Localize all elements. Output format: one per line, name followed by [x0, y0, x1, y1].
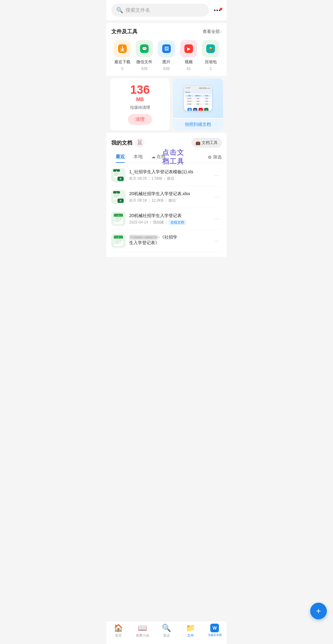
svg-text:🐰: 🐰 — [136, 139, 143, 146]
file-created-by: 我创建 — [153, 220, 164, 225]
wechat-files-label: 微信文件 — [136, 59, 152, 65]
docs-title: 我的文档 — [111, 139, 132, 146]
file-info: 1_社招学生入学登记表模板(1).xls 前天 08:25 | 1.5MB | … — [129, 169, 208, 181]
svg-rect-39 — [114, 221, 119, 222]
cards-row: 136 MB 垃圾待清理 清理 11:54 ‹ 提取表格.xlsx Sheet1… — [106, 78, 227, 130]
section-title: 文件及工具 — [111, 28, 138, 35]
photos-count: 639 — [163, 67, 170, 71]
svg-rect-19 — [114, 175, 117, 176]
phone-content: 日期 销售收入 目标 11月1日 2500 5000 11月1日 4500 — [184, 94, 212, 107]
wechat-icon: 💬 — [140, 44, 149, 53]
file-name: 20机械社招学生入学登记表.xlsx — [129, 191, 208, 197]
clean-desc: 垃圾待清理 — [130, 105, 150, 110]
photo-icon: 🖼 — [162, 44, 171, 53]
doc-tools-button[interactable]: 💼 文档工具 — [191, 138, 222, 147]
file-icons-row: 最近下载 0 💬 微信文件 635 🖼 — [111, 40, 222, 71]
file-list: X X 1_社招学生入学登记表模板(1).xls 前天 08:25 | 1 — [111, 164, 222, 252]
tab-online[interactable]: ☁ 在线 — [147, 151, 170, 163]
svg-text:≡: ≡ — [118, 236, 119, 238]
filter-button[interactable]: ⚙ 筛选 — [208, 154, 222, 160]
phone-header: 11:54 ‹ 提取表格.xlsx — [184, 86, 212, 91]
svg-text:X: X — [120, 177, 121, 180]
tab-recent[interactable]: 最近 — [111, 151, 129, 163]
briefcase-icon: 💼 — [195, 141, 200, 145]
svg-rect-26 — [114, 194, 119, 195]
chevron-right-icon: › — [220, 30, 222, 34]
file-info-4: S2●●●1●●●2● ·《社招学生入学登记表》 — [129, 235, 208, 247]
table-row[interactable]: ≡ S2●●●1●●●2● ·《社招学生入学登记表》 ··· — [111, 230, 222, 252]
tab-local[interactable]: 本地 — [129, 151, 147, 163]
sidebar-item-recent-download[interactable]: 最近下载 0 — [111, 40, 134, 71]
svg-text:🖼: 🖼 — [164, 46, 169, 51]
svg-rect-50 — [114, 243, 119, 244]
dot-2 — [216, 10, 218, 11]
file-date: 前天 08:25 — [129, 176, 147, 181]
more-dots-button[interactable] — [213, 8, 222, 12]
file-date: 前天 08:18 — [129, 198, 147, 203]
file-name-4: S2●●●1●●●2● ·《社招学生入学登记表》 — [129, 235, 208, 246]
file-name: 1_社招学生入学登记表模板(1).xls — [129, 169, 208, 175]
svg-rect-17 — [114, 173, 119, 174]
file-source: 微信 — [167, 176, 174, 181]
file-size: 1.5MB — [152, 176, 162, 181]
table-row[interactable]: X X 20机械社招学生入学登记表.xlsx 前天 08:18 | 12. — [111, 186, 222, 208]
sidebar-item-videos[interactable]: ▶ 视频 41 — [178, 40, 200, 71]
my-docs-section: 我的文档 🐰 点击文档工具 💼 文档工具 最近 — [106, 133, 227, 257]
storage-unit: MB — [136, 97, 144, 102]
videos-count: 41 — [187, 67, 191, 71]
filter-icon: ⚙ — [208, 155, 212, 160]
files-tools-section: 文件及工具 查看全部 › 最近下载 0 — [106, 23, 227, 76]
section-header: 文件及工具 查看全部 › — [111, 28, 222, 35]
storage-size: 136 — [130, 84, 150, 96]
svg-rect-29 — [114, 197, 117, 198]
wechat-icon-circle: 💬 — [136, 40, 153, 57]
scan-card[interactable]: 11:54 ‹ 提取表格.xlsx Sheet1 日期 销售收入 目标 11月1… — [173, 78, 223, 130]
svg-text:📦: 📦 — [208, 47, 213, 51]
app-icons-row: 🖼 W A X — [184, 107, 212, 111]
photos-label: 图片 — [162, 59, 171, 65]
svg-rect-37 — [114, 219, 122, 219]
svg-rect-28 — [114, 196, 119, 197]
videos-label: 视频 — [185, 59, 193, 65]
file-more-button-4[interactable]: ··· — [212, 236, 222, 245]
xlsx-icon: X X — [111, 190, 125, 204]
sheet-icon-4: ≡ — [111, 234, 125, 248]
sidebar-item-photos[interactable]: 🖼 图片 639 — [155, 40, 178, 71]
file-source: 微信 — [168, 198, 176, 203]
scan-preview: 11:54 ‹ 提取表格.xlsx Sheet1 日期 销售收入 目标 11月1… — [173, 78, 223, 118]
recent-download-count: 0 — [121, 67, 123, 71]
video-icon: ▶ — [184, 44, 193, 53]
clean-button[interactable]: 清理 — [128, 114, 152, 125]
svg-rect-18 — [114, 174, 119, 175]
photo-icon-circle: 🖼 — [158, 40, 175, 57]
view-all-button[interactable]: 查看全部 › — [203, 29, 222, 35]
sidebar-item-zip[interactable]: 📦 压缩包 2 — [199, 40, 222, 71]
scan-label: 拍照扫描文档 — [173, 119, 223, 130]
svg-rect-27 — [114, 195, 119, 196]
zip-icon-circle: 📦 — [202, 40, 219, 57]
file-more-button[interactable]: ··· — [212, 171, 222, 180]
svg-rect-1 — [120, 51, 125, 51]
table-row[interactable]: ≡ 20机械社招学生入学登记表 2022-04-14 | 我创建 | 在线文档 … — [111, 208, 222, 230]
notification-badge — [220, 8, 222, 10]
svg-text:▶: ▶ — [187, 46, 190, 51]
docs-title-wrap: 我的文档 🐰 — [111, 138, 145, 148]
svg-rect-48 — [114, 240, 122, 241]
clean-card: 136 MB 垃圾待清理 清理 — [110, 78, 170, 130]
sidebar-item-wechat-files[interactable]: 💬 微信文件 635 — [134, 40, 156, 71]
sheet-icon: ≡ — [111, 212, 125, 226]
file-more-button[interactable]: ··· — [212, 215, 222, 224]
file-size: 12.0KB — [152, 198, 164, 203]
search-bar: 🔍 搜索文件名 — [106, 0, 227, 21]
zip-icon: 📦 — [206, 44, 215, 53]
pdf-mini-icon: A — [199, 108, 203, 111]
svg-text:X: X — [116, 192, 117, 194]
search-input-wrap[interactable]: 🔍 搜索文件名 — [111, 4, 209, 17]
file-info: 20机械社招学生入学登记表.xlsx 前天 08:18 | 12.0KB | 微… — [129, 191, 208, 203]
file-name: 20机械社招学生入学登记表 — [129, 213, 208, 219]
svg-rect-47 — [114, 239, 122, 240]
xls-icon: X X — [111, 168, 125, 182]
file-more-button[interactable]: ··· — [212, 193, 222, 202]
svg-text:X: X — [116, 170, 117, 172]
table-row[interactable]: X X 1_社招学生入学登记表模板(1).xls 前天 08:25 | 1 — [111, 164, 222, 186]
